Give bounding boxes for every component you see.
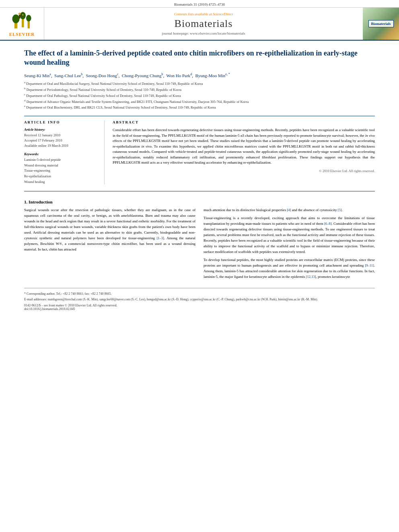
section-title: 1. Introduction <box>24 199 375 204</box>
svg-point-5 <box>26 15 31 21</box>
article-title: The effect of a laminin-5-derived peptid… <box>24 49 375 68</box>
affiliations: a Department of Oral and Maxillofacial S… <box>24 81 375 110</box>
footer-area: * Corresponding author. Tel.: +82 2 740 … <box>24 288 375 311</box>
intro-col-left: Surgical wounds occur after the resectio… <box>24 207 195 282</box>
intro-text-right: much attention due to its distinctive bi… <box>204 207 375 279</box>
affil-b: b Department of Periodontology, Seoul Na… <box>24 87 375 92</box>
svg-rect-7 <box>19 15 21 18</box>
journal-header-center: Contents lists available at ScienceDirec… <box>44 8 363 40</box>
abstract-text: Considerable effort has been directed to… <box>113 127 375 166</box>
journal-badge-area: Biomaterials <box>363 8 399 40</box>
footnotes: * Corresponding author. Tel.: +82 2 740 … <box>24 292 375 302</box>
journal-homepage: journal homepage: www.elsevier.com/locat… <box>162 31 245 35</box>
journal-header: ELSEVIER Contents lists available at Sci… <box>0 8 399 41</box>
intro-col-right: much attention due to its distinctive bi… <box>204 207 375 282</box>
copyright-line: © 2010 Elsevier Ltd. All rights reserved… <box>113 169 375 173</box>
svg-point-1 <box>12 14 20 23</box>
sciencedirect-link: Contents lists available at ScienceDirec… <box>174 12 233 16</box>
elsevier-tree-icon <box>10 11 34 31</box>
issn-line: 0142-9612/$ – see front matter © 2010 El… <box>24 304 375 307</box>
history-label: Article history: <box>24 127 99 131</box>
issn-doi-line: 0142-9612/$ – see front matter © 2010 El… <box>24 304 375 311</box>
accepted-date: Accepted 17 February 2010 <box>24 138 99 143</box>
article-info-label: ARTICLE INFO <box>24 120 99 124</box>
top-bar: Biomaterials 31 (2010) 4725–4730 <box>0 0 399 8</box>
abstract-col: ABSTRACT Considerable effort has been di… <box>113 120 375 185</box>
keyword-4: Re-epithelialization <box>24 174 99 179</box>
journal-title: Biomaterials <box>175 18 233 30</box>
affil-d: d Department of Advance Organic Material… <box>24 99 375 105</box>
corresponding-author-note: * Corresponding author. Tel.: +82 2 740 … <box>24 292 375 296</box>
keyword-5: Wound healing <box>24 179 99 185</box>
intro-body-cols: Surgical wounds occur after the resectio… <box>24 207 375 282</box>
svg-point-9 <box>22 14 24 16</box>
available-date: Available online 19 March 2010 <box>24 143 99 148</box>
doi-line: doi:10.1016/j.biomaterials.2010.02.045 <box>24 307 375 311</box>
affil-e: e Department of Oral Biochemistry, DRI, … <box>24 105 375 110</box>
keywords-list: Laminin-5-derived peptide Wound dressing… <box>24 157 99 185</box>
author-6: Byung-Moo Min <box>195 73 225 78</box>
article-info-col: ARTICLE INFO Article history: Received 1… <box>24 120 105 185</box>
svg-rect-2 <box>22 18 24 27</box>
keyword-1: Laminin-5-derived peptide <box>24 157 99 163</box>
author-3: Seong-Doo Hong <box>86 73 117 78</box>
svg-point-6 <box>19 13 21 15</box>
body-divider <box>24 191 375 191</box>
author-4: Chong-Pyoung Chung <box>122 73 162 78</box>
article-dates: Received 12 January 2010 Accepted 17 Feb… <box>24 133 99 148</box>
affil-c: c Department of Oral Pathology, Seoul Na… <box>24 93 375 99</box>
info-abstract-section: ARTICLE INFO Article history: Received 1… <box>24 120 375 185</box>
affil-a: a Department of Oral and Maxillofacial S… <box>24 81 375 86</box>
section-divider <box>24 116 375 116</box>
author-5: Won Ho Park <box>167 73 191 78</box>
keyword-2: Wound dressing material <box>24 163 99 168</box>
authors-line: Seung-Ki Mina, Sang-Chul Leeb, Seong-Doo… <box>24 72 375 78</box>
keywords-label: Keywords: <box>24 152 99 156</box>
abstract-label: ABSTRACT <box>113 120 375 124</box>
author-1: Seung-Ki Min <box>24 73 49 78</box>
main-content: The effect of a laminin-5-derived peptid… <box>0 41 399 319</box>
received-date: Received 12 January 2010 <box>24 133 99 138</box>
biomaterials-badge: Biomaterials <box>368 20 394 27</box>
elsevier-logo-container: ELSEVIER <box>0 8 44 40</box>
keyword-3: Tissue-engineering <box>24 168 99 174</box>
author-2: Sang-Chul Lee <box>54 73 81 78</box>
elsevier-text: ELSEVIER <box>9 32 35 37</box>
elsevier-logo: ELSEVIER <box>9 11 35 37</box>
email-note: E-mail addresses: numbgreen@freechal.com… <box>24 297 375 302</box>
svg-rect-4 <box>28 21 30 28</box>
introduction-section: 1. Introduction Surgical wounds occur af… <box>24 199 375 282</box>
intro-text-left: Surgical wounds occur after the resectio… <box>24 207 195 253</box>
journal-citation: Biomaterials 31 (2010) 4725–4730 <box>174 2 225 6</box>
